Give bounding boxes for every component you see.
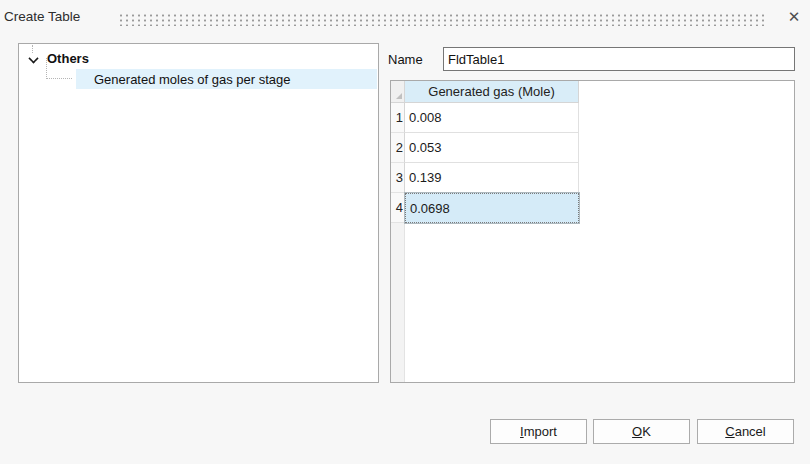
close-icon[interactable]: ✕ [784, 7, 804, 27]
data-grid-panel: Generated gas (Mole) 10.00820.05330.1394… [390, 80, 795, 383]
table-cell-selected[interactable]: 0.0698 [405, 193, 579, 223]
table-row: 40.0698 [391, 193, 579, 223]
cancel-button[interactable]: Cancel [697, 419, 794, 444]
row-header[interactable]: 1 [391, 103, 405, 133]
table-row: 30.139 [391, 163, 579, 193]
drag-grip[interactable] [118, 12, 768, 26]
category-tree-panel: Others Generated moles of gas per stage [18, 43, 379, 383]
corner-triangle-icon [396, 93, 402, 99]
chevron-down-icon[interactable] [29, 54, 38, 63]
name-input[interactable] [443, 47, 795, 71]
name-label: Name [388, 52, 423, 67]
dialog-title: Create Table [4, 9, 80, 24]
table-cell[interactable]: 0.008 [405, 103, 579, 133]
table-cell[interactable]: 0.139 [405, 163, 579, 193]
ok-button[interactable]: OK [593, 419, 690, 444]
row-header[interactable]: 2 [391, 133, 405, 163]
tree-item-generated-moles[interactable]: Generated moles of gas per stage [58, 69, 377, 89]
table-cell[interactable]: 0.053 [405, 133, 579, 163]
table-row: 10.008 [391, 103, 579, 133]
row-header[interactable]: 4 [391, 193, 405, 223]
grid-corner-cell[interactable] [391, 81, 405, 103]
table-row: 20.053 [391, 133, 579, 163]
tree-item-generated-moles-label: Generated moles of gas per stage [94, 72, 291, 87]
grid-header-row: Generated gas (Mole) [391, 81, 794, 103]
column-header-generated-gas[interactable]: Generated gas (Mole) [405, 81, 579, 103]
import-button[interactable]: Import [490, 419, 587, 444]
tree-item-others[interactable]: Others [19, 49, 378, 69]
row-header[interactable]: 3 [391, 163, 405, 193]
